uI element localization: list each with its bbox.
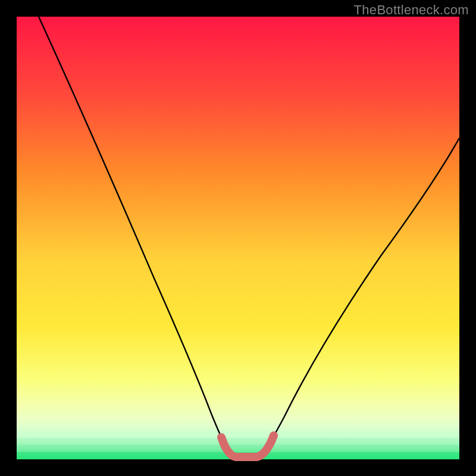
svg-rect-4	[17, 445, 459, 449]
svg-rect-0	[17, 416, 459, 420]
svg-rect-3	[17, 438, 459, 441]
chart-container: TheBottleneck.com	[0, 0, 476, 476]
svg-rect-1	[17, 424, 459, 427]
chart-svg	[0, 0, 476, 476]
watermark-text: TheBottleneck.com	[354, 2, 469, 18]
svg-rect-2	[17, 431, 459, 434]
